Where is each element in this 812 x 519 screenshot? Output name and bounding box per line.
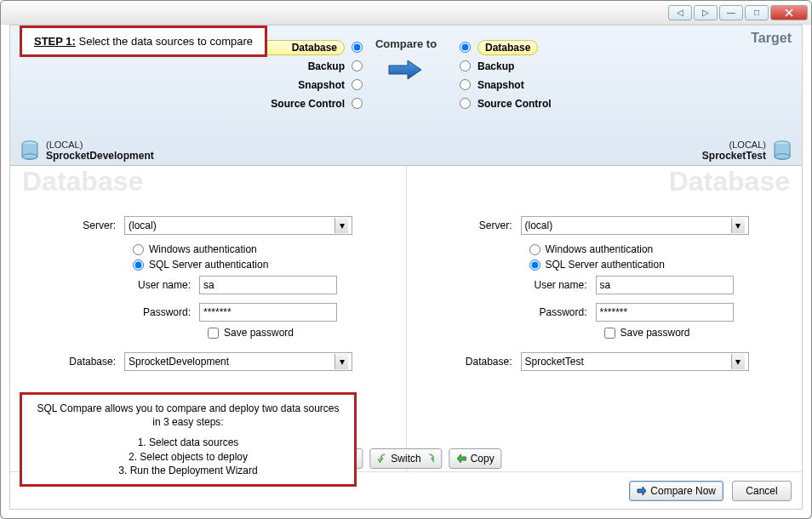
summary-step-1: 1. Select data sources [34,436,342,449]
target-type-backup[interactable] [460,60,471,71]
username-label: User name: [63,279,199,291]
option-snapshot-label-t: Snapshot [477,79,524,91]
copy-left-button[interactable]: Copy [449,448,502,469]
target-type-database[interactable] [460,42,471,53]
app-window: ◁ ▷ — □ STEP 1: Select the data sources … [0,0,812,519]
source-type-snapshot[interactable] [352,79,363,90]
chevron-down-icon: ▾ [731,354,745,369]
step-callout: STEP 1: Select the data sources to compa… [20,26,267,57]
option-source-control-label: Source Control [217,98,345,110]
target-type-source-control[interactable] [460,98,471,109]
target-username-field[interactable] [596,276,734,294]
source-db-name: SprocketDevelopment [46,150,154,162]
summary-callout: SQL Compare allows you to compare and de… [20,392,357,487]
switch-label: Switch [391,453,420,465]
cancel-button[interactable]: Cancel [732,481,792,501]
source-type-backup[interactable] [352,60,363,71]
source-password-field[interactable] [199,303,337,322]
target-server-combo[interactable]: (local) ▾ [521,216,749,235]
chevron-down-icon: ▾ [335,354,348,369]
source-server-value: (local) [129,220,157,231]
chevron-down-icon: ▾ [335,218,348,233]
cancel-label: Cancel [746,485,777,497]
arrow-curve-left-icon [377,453,387,464]
database-icon [20,140,39,161]
database-label-t: Database: [419,356,521,368]
source-auth-windows[interactable] [133,244,144,255]
source-database-value: SprocketDevelopment [129,356,229,368]
content-area: STEP 1: Select the data sources to compa… [9,25,803,510]
target-type-options: Database Backup Snapshot Source Control [460,39,638,111]
compare-now-button[interactable]: Compare Now [629,481,723,501]
summary-intro: SQL Compare allows you to compare and de… [34,402,342,429]
step-label: STEP 1: [34,35,76,48]
copy-left-label: Copy [471,453,495,465]
target-heading: Target [751,31,792,46]
password-label: Password: [63,306,199,318]
maximize-button[interactable]: □ [745,5,769,20]
source-username-field[interactable] [199,276,337,294]
source-save-password-checkbox[interactable] [208,328,219,339]
arrow-left-icon [457,453,467,464]
target-db-name: SprocketTest [702,150,766,162]
password-label-t: Password: [460,306,596,318]
title-bar: ◁ ▷ — □ [1,1,811,25]
source-db-info: (LOCAL) SprocketDevelopment [20,140,154,162]
summary-step-3: 3. Run the Deployment Wizard [34,464,342,477]
source-db-server: (LOCAL) [46,140,154,150]
arrow-icon [387,58,425,84]
option-snapshot-label: Snapshot [217,79,345,91]
target-database-combo[interactable]: SprocketTest ▾ [521,352,749,371]
target-auth-sql[interactable] [529,260,540,271]
window-button-next[interactable]: ▷ [694,5,718,20]
chevron-down-icon: ▾ [731,218,745,233]
source-server-combo[interactable]: (local) ▾ [124,216,352,235]
target-type-snapshot[interactable] [460,79,471,90]
target-database-value: SprocketTest [525,356,584,368]
server-label: Server: [419,220,521,231]
auth-sql-label: SQL Server authentication [149,259,268,271]
save-password-label-t: Save password [620,327,690,339]
watermark: Database [419,166,791,197]
target-db-info: (LOCAL) SprocketTest [702,140,792,162]
summary-step-2: 2. Select objects to deploy [34,450,342,464]
compare-now-label: Compare Now [650,485,716,497]
database-icon [773,140,792,161]
arrow-curve-right-icon [425,453,435,464]
target-password-field[interactable] [596,303,734,322]
target-form-panel: Database Server: (local) ▾ Windows authe… [406,166,803,471]
source-type-source-control[interactable] [352,98,363,109]
target-server-value: (local) [525,220,553,231]
source-type-database[interactable] [352,42,363,53]
step-text: Select the data sources to compare [79,35,254,48]
option-source-control-label-t: Source Control [477,98,552,110]
target-db-server: (LOCAL) [702,140,766,150]
source-auth-sql[interactable] [133,260,144,271]
option-database-label-t: Database [485,42,530,54]
option-backup-label-t: Backup [477,60,514,72]
save-password-label: Save password [224,327,294,339]
option-backup-label: Backup [217,60,345,72]
watermark: Database [22,166,394,197]
source-database-combo[interactable]: SprocketDevelopment ▾ [124,352,352,371]
compare-to-label: Compare to [375,37,437,50]
target-auth-windows[interactable] [529,244,540,255]
username-label-t: User name: [460,279,596,291]
auth-sql-label-t: SQL Server authentication [546,259,665,271]
auth-windows-label: Windows authentication [149,243,257,255]
minimize-button[interactable]: — [719,5,743,20]
window-button-prev[interactable]: ◁ [668,5,692,20]
arrow-right-blue-icon [637,486,647,496]
target-save-password-checkbox[interactable] [604,328,615,339]
server-label: Server: [22,220,124,231]
auth-windows-label-t: Windows authentication [546,243,654,255]
database-label: Database: [22,356,124,368]
switch-button[interactable]: Switch [369,448,442,469]
close-button[interactable] [770,5,808,20]
